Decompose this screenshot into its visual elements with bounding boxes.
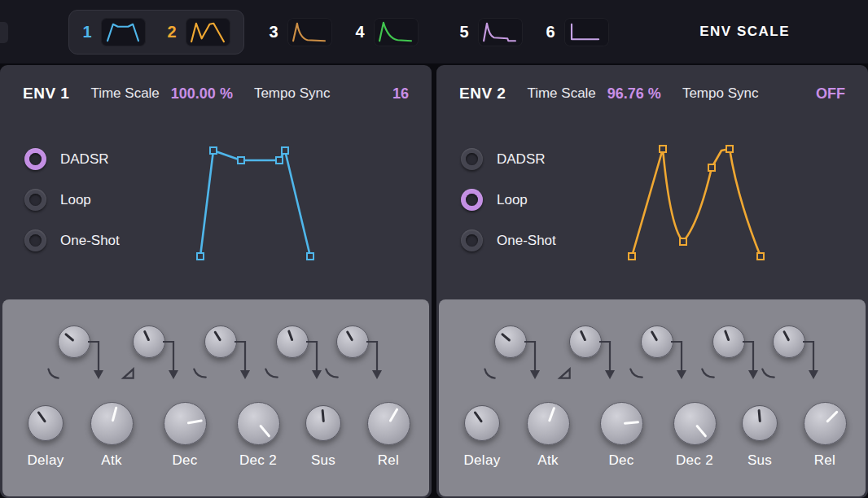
- power-knob-3[interactable]: [641, 325, 673, 358]
- env-tab-1[interactable]: 1: [82, 18, 146, 46]
- tab-number: 5: [459, 23, 469, 42]
- mod-target-arrow: [234, 337, 255, 384]
- knob-dec[interactable]: [164, 402, 207, 445]
- knob-sus[interactable]: [742, 405, 778, 441]
- knob-dec-2[interactable]: [237, 402, 280, 445]
- envelope-handle[interactable]: [708, 164, 715, 171]
- thumbnail-curve: [379, 22, 411, 40]
- envelope-panels: ENV 1 Time Scale 100.00 % Tempo Sync 16 …: [0, 65, 868, 498]
- power-knob-5[interactable]: [336, 325, 369, 358]
- time-scale-value[interactable]: 100.00 %: [171, 85, 233, 103]
- envelope-handle[interactable]: [282, 147, 288, 154]
- envelope-handle[interactable]: [726, 146, 733, 152]
- power-knob-4[interactable]: [276, 325, 309, 358]
- mod-target-arrow: [366, 337, 387, 384]
- knob-label: Rel: [791, 452, 859, 469]
- tempo-sync-label: Tempo Sync: [254, 85, 331, 102]
- tempo-sync-value[interactable]: 16: [392, 85, 409, 103]
- knob-delay[interactable]: [464, 405, 500, 441]
- mode-dadsr[interactable]: DADSR: [24, 148, 120, 170]
- power-knob-2[interactable]: [133, 325, 165, 358]
- mode-one-shot[interactable]: One-Shot: [24, 229, 120, 251]
- envelope-handle[interactable]: [680, 238, 686, 245]
- power-knob-3[interactable]: [204, 325, 237, 358]
- panel-title: ENV 1: [23, 85, 69, 103]
- envelope-handle[interactable]: [276, 157, 283, 164]
- tab-number: 2: [167, 23, 177, 42]
- env-tab-6[interactable]: 6: [546, 18, 609, 46]
- env-tab-3[interactable]: 3: [269, 18, 332, 46]
- radio-button[interactable]: [24, 189, 46, 211]
- radio-button[interactable]: [461, 189, 483, 211]
- mode-label: One-Shot: [497, 233, 556, 249]
- active-env-tab-group: 12: [68, 10, 244, 55]
- env-tab-5[interactable]: 5: [459, 18, 523, 46]
- power-curve-icon: [760, 365, 776, 381]
- knob-rel[interactable]: [804, 402, 847, 445]
- power-knob-1[interactable]: [494, 325, 527, 358]
- knob-dec[interactable]: [600, 402, 643, 445]
- mode-dadsr[interactable]: DADSR: [461, 148, 556, 170]
- thumbnail-curve: [293, 23, 325, 40]
- knob-atk[interactable]: [527, 402, 570, 445]
- mode-label: DADSR: [60, 151, 109, 168]
- env1-panel: ENV 1 Time Scale 100.00 % Tempo Sync 16 …: [0, 65, 432, 498]
- envelope-handle[interactable]: [660, 146, 666, 152]
- time-scale-value[interactable]: 96.76 %: [607, 85, 661, 103]
- envelope-handle[interactable]: [307, 253, 313, 260]
- mode-one-shot[interactable]: One-Shot: [461, 229, 556, 251]
- knob-label: Rel: [354, 452, 423, 469]
- power-knob-5[interactable]: [773, 325, 805, 358]
- tab-number: 3: [269, 23, 278, 42]
- thumbnail-curve: [572, 24, 598, 38]
- power-curve-icon: [481, 365, 498, 381]
- time-scale-label: Time Scale: [527, 85, 595, 102]
- radio-button[interactable]: [24, 148, 46, 170]
- mode-label: One-Shot: [60, 233, 120, 249]
- env-mode-group: DADSR Loop One-Shot: [24, 148, 120, 251]
- radio-button[interactable]: [461, 229, 483, 251]
- mode-loop[interactable]: Loop: [461, 189, 556, 211]
- envelope-handle[interactable]: [629, 253, 635, 260]
- mode-label: DADSR: [497, 151, 546, 168]
- power-knob-1[interactable]: [58, 325, 90, 358]
- knob-label: Delay: [11, 452, 80, 469]
- envelope-graph[interactable]: [624, 142, 770, 264]
- mod-target-arrow: [802, 337, 823, 384]
- radio-button[interactable]: [24, 229, 46, 251]
- power-curve-icon: [628, 365, 644, 381]
- mode-loop[interactable]: Loop: [24, 189, 120, 211]
- knob-delay[interactable]: [28, 405, 64, 441]
- knob-rel[interactable]: [367, 402, 410, 445]
- envelope-handle[interactable]: [757, 253, 764, 260]
- mode-label: Loop: [497, 192, 528, 208]
- env-thumbnail: [186, 18, 230, 46]
- tab-number: 1: [82, 23, 92, 42]
- env2-panel: ENV 2 Time Scale 96.76 % Tempo Sync OFF …: [436, 65, 868, 498]
- envelope-tab-bar: 12 3456 ENV SCALE: [0, 0, 868, 63]
- knob-section: DelayAtkDecDec 2SusRel: [439, 299, 866, 496]
- power-knob-4[interactable]: [712, 325, 745, 358]
- envelope-handle[interactable]: [210, 147, 217, 154]
- thumbnail-curve: [107, 24, 138, 40]
- thumbnail-curve: [484, 23, 515, 40]
- power-curve-icon: [45, 365, 61, 381]
- envelope-handle[interactable]: [238, 157, 244, 164]
- knob-atk[interactable]: [90, 402, 134, 445]
- knob-dec-2[interactable]: [673, 402, 717, 445]
- envelope-graph[interactable]: [194, 142, 340, 264]
- power-knob-2[interactable]: [569, 325, 602, 358]
- env-thumbnail: [478, 18, 523, 46]
- envelope-handle[interactable]: [197, 253, 204, 260]
- knob-sus[interactable]: [305, 405, 341, 441]
- radio-button[interactable]: [461, 148, 483, 170]
- tempo-sync-label: Tempo Sync: [682, 85, 759, 102]
- env-tab-4[interactable]: 4: [355, 18, 419, 46]
- envelope-curve: [200, 151, 310, 256]
- mod-target-arrow: [162, 337, 183, 384]
- power-curve-icon: [556, 365, 572, 381]
- tempo-sync-value[interactable]: OFF: [816, 85, 845, 103]
- knob-label: Sus: [289, 452, 357, 469]
- power-curve-icon: [191, 365, 208, 381]
- env-tab-2[interactable]: 2: [167, 18, 230, 46]
